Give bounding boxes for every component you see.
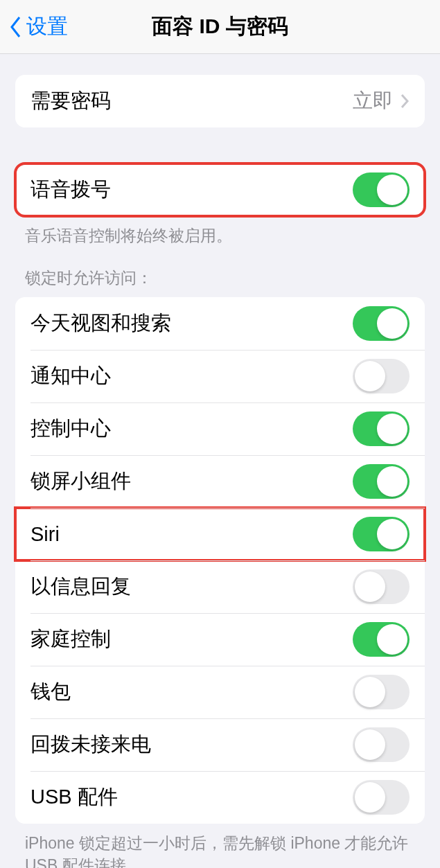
lock-access-row: 通知中心 [15,350,425,402]
lock-access-label: Siri [30,523,353,546]
lock-access-row: 回拨未接来电 [15,718,425,771]
lock-access-row: USB 配件 [15,771,425,824]
usb-footer: iPhone 锁定超过一小时后，需先解锁 iPhone 才能允许 USB 配件连… [0,824,440,868]
lock-access-label: 回拨未接来电 [30,731,353,759]
require-passcode-group: 需要密码 立即 [15,75,425,127]
voice-dial-row: 语音拨号 [15,163,425,216]
lock-access-label: 今天视图和搜索 [30,310,353,337]
lock-access-row: Siri [15,508,425,560]
require-passcode-row[interactable]: 需要密码 立即 [15,75,425,127]
voice-dial-group: 语音拨号 [15,163,425,216]
lock-access-toggle[interactable] [353,622,410,657]
lock-access-toggle[interactable] [353,780,410,815]
chevron-right-icon [400,93,410,109]
back-button[interactable]: 设置 [8,12,68,41]
lock-access-label: 通知中心 [30,362,353,390]
lock-access-row: 锁屏小组件 [15,455,425,508]
lock-access-toggle[interactable] [353,569,410,604]
lock-access-row: 家庭控制 [15,613,425,666]
lock-access-toggle[interactable] [353,464,410,499]
lock-access-row: 控制中心 [15,402,425,455]
lock-access-label: 以信息回复 [30,573,353,601]
require-passcode-value: 立即 [353,87,393,115]
navigation-bar: 设置 面容 ID 与密码 [0,0,440,54]
voice-dial-label: 语音拨号 [30,176,353,204]
lock-access-toggle[interactable] [353,411,410,446]
back-label: 设置 [26,12,68,41]
lock-access-toggle[interactable] [353,359,410,393]
lock-access-toggle[interactable] [353,306,410,341]
lock-access-label: 锁屏小组件 [30,468,353,495]
lock-access-label: 钱包 [30,678,353,706]
lock-access-label: 家庭控制 [30,626,353,653]
lock-access-label: USB 配件 [30,783,353,811]
chevron-left-icon [8,15,22,39]
lock-access-row: 钱包 [15,666,425,718]
lock-access-toggle[interactable] [353,727,410,762]
voice-dial-toggle[interactable] [353,172,410,207]
voice-dial-footer: 音乐语音控制将始终被启用。 [0,216,440,247]
lock-access-toggle[interactable] [353,517,410,551]
lock-access-row: 以信息回复 [15,560,425,613]
lock-access-group: 今天视图和搜索通知中心控制中心锁屏小组件Siri以信息回复家庭控制钱包回拨未接来… [15,297,425,824]
lock-access-toggle[interactable] [353,675,410,709]
lock-access-header: 锁定时允许访问： [0,267,440,297]
page-title: 面容 ID 与密码 [152,12,288,41]
require-passcode-label: 需要密码 [30,87,353,115]
lock-access-row: 今天视图和搜索 [15,297,425,350]
lock-access-label: 控制中心 [30,415,353,443]
